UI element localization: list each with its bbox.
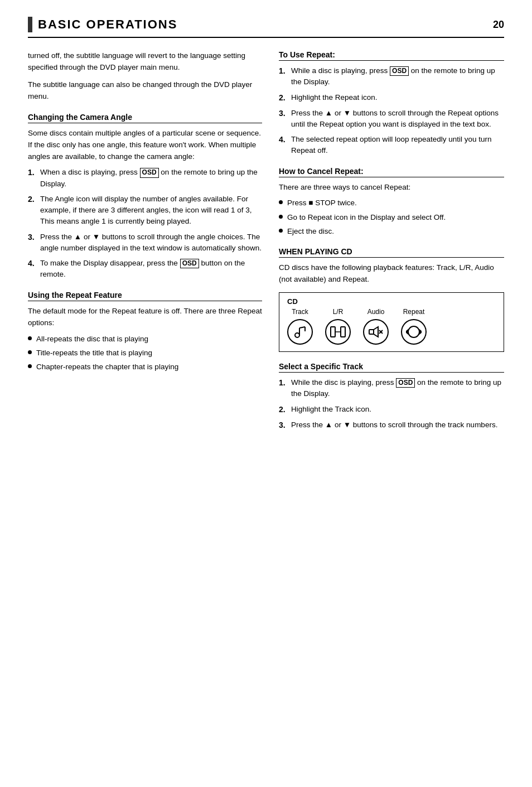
svg-rect-5 <box>341 327 345 337</box>
cd-track-icon <box>287 319 313 345</box>
step-text: Press the ▲ or ▼ buttons to scroll throu… <box>40 231 262 254</box>
select-track-step-3: 3. Press the ▲ or ▼ buttons to scroll th… <box>279 419 504 431</box>
camera-step-3: 3. Press the ▲ or ▼ buttons to scroll th… <box>28 231 262 254</box>
bullet-dot <box>28 336 32 340</box>
select-track-step-2: 2. Highlight the Track icon. <box>279 404 504 416</box>
cd-repeat-icon <box>401 319 427 345</box>
camera-angle-heading: Changing the Camera Angle <box>28 113 262 123</box>
svg-marker-12 <box>406 329 408 335</box>
bullet-text: Title-repeats the title that is playing <box>36 347 152 359</box>
cd-audio-label: Audio <box>367 308 385 316</box>
camera-angle-body: Some discs contain multiple angles of a … <box>28 128 262 163</box>
audio-icon <box>368 326 384 338</box>
repeat-feature-heading: Using the Repeat Feature <box>28 291 262 301</box>
step-text: The selected repeat option will loop rep… <box>291 134 504 157</box>
step-text: When a disc is playing, press OSD on the… <box>40 167 262 190</box>
to-use-repeat-steps: 1. While a disc is playing, press OSD on… <box>279 65 504 157</box>
repeat-feature-bullets: All-repeats the disc that is playing Tit… <box>28 334 262 373</box>
cd-display-box: CD Track <box>279 292 504 352</box>
step-num: 1. <box>28 167 40 178</box>
cd-track-label: Track <box>292 308 308 316</box>
step-num: 4. <box>279 134 291 146</box>
step-text: Highlight the Track icon. <box>291 404 504 415</box>
use-repeat-step-2: 2. Highlight the Repeat icon. <box>279 92 504 104</box>
bullet-text: Chapter-repeats the chapter that is play… <box>36 361 178 373</box>
cancel-bullet-3: Eject the disc. <box>279 226 504 237</box>
repeat-bullet-1: All-repeats the disc that is playing <box>28 334 262 345</box>
page-number: 20 <box>493 19 504 31</box>
cd-audio-icon <box>363 319 389 345</box>
cd-lr-icon <box>325 319 351 345</box>
cancel-bullet-1: Press ■ STOP twice. <box>279 197 504 209</box>
svg-marker-11 <box>419 329 422 335</box>
step-num: 3. <box>279 108 291 119</box>
step-num: 3. <box>279 419 291 431</box>
step-num: 3. <box>28 231 40 243</box>
right-column: To Use Repeat: 1. While a disc is playin… <box>279 50 504 437</box>
bullet-dot <box>279 215 283 219</box>
repeat-bullet-2: Title-repeats the title that is playing <box>28 347 262 359</box>
step-text: Highlight the Repeat icon. <box>291 92 504 103</box>
bullet-dot <box>279 229 283 233</box>
cancel-bullet-2: Go to Repeat icon in the Display and sel… <box>279 212 504 223</box>
step-text: Press the ▲ or ▼ buttons to scroll throu… <box>291 108 504 131</box>
step-text: While a disc is playing, press OSD on th… <box>291 65 504 88</box>
camera-angle-steps: 1. When a disc is playing, press OSD on … <box>28 167 262 280</box>
page: BASIC OPERATIONS 20 turned off, the subt… <box>0 0 532 787</box>
select-track-steps: 1. While the disc is playing, press OSD … <box>279 377 504 431</box>
camera-step-4: 4. To make the Display disappear, press … <box>28 258 262 281</box>
svg-rect-4 <box>331 327 335 337</box>
bullet-text: Go to Repeat icon in the Display and sel… <box>287 212 446 223</box>
repeat-icon <box>406 325 422 339</box>
bullet-dot <box>28 364 32 368</box>
bullet-dot <box>279 200 283 204</box>
osd-box: OSD <box>180 259 199 269</box>
bullet-dot <box>28 350 32 354</box>
svg-line-2 <box>299 327 305 328</box>
cancel-repeat-heading: How to Cancel Repeat: <box>279 167 504 177</box>
cd-lr-col: L/R <box>325 308 351 345</box>
camera-step-1: 1. When a disc is playing, press OSD on … <box>28 167 262 190</box>
use-repeat-step-4: 4. The selected repeat option will loop … <box>279 134 504 157</box>
repeat-bullet-3: Chapter-repeats the chapter that is play… <box>28 361 262 373</box>
cd-label: CD <box>287 297 496 306</box>
cancel-repeat-bullets: Press ■ STOP twice. Go to Repeat icon in… <box>279 197 504 237</box>
osd-box: OSD <box>390 66 409 76</box>
step-num: 4. <box>28 258 40 269</box>
step-text: The Angle icon will display the number o… <box>40 194 262 228</box>
cd-lr-label: L/R <box>333 308 344 316</box>
use-repeat-step-3: 3. Press the ▲ or ▼ buttons to scroll th… <box>279 108 504 131</box>
when-playing-cd-heading: WHEN PLAYING CD <box>279 247 504 258</box>
content-area: turned off, the subtitle language will r… <box>28 50 504 437</box>
cd-icons-row: Track L/R <box>287 308 496 345</box>
step-text: To make the Display disappear, press the… <box>40 258 262 281</box>
repeat-feature-body: The default mode for the Repeat feature … <box>28 306 262 329</box>
header-accent-bar <box>28 17 32 32</box>
select-track-heading: Select a Specific Track <box>279 362 504 373</box>
step-num: 1. <box>279 65 291 77</box>
step-text: Press the ▲ or ▼ buttons to scroll throu… <box>291 419 504 431</box>
bullet-text: All-repeats the disc that is playing <box>36 334 148 345</box>
use-repeat-step-1: 1. While a disc is playing, press OSD on… <box>279 65 504 88</box>
camera-step-2: 2. The Angle icon will display the numbe… <box>28 194 262 228</box>
lr-bars-icon <box>330 326 346 338</box>
cd-audio-col: Audio <box>363 308 389 345</box>
svg-rect-7 <box>369 330 374 334</box>
select-track-step-1: 1. While the disc is playing, press OSD … <box>279 377 504 400</box>
cancel-repeat-body: There are three ways to cancel Repeat: <box>279 182 504 194</box>
osd-box: OSD <box>140 168 159 178</box>
page-header: BASIC OPERATIONS 20 <box>28 17 504 38</box>
when-playing-cd-body: CD discs have the following playback fea… <box>279 262 504 286</box>
step-num: 2. <box>28 194 40 205</box>
left-column: turned off, the subtitle language will r… <box>28 50 262 437</box>
step-text: While the disc is playing, press OSD on … <box>291 377 504 400</box>
intro-para-2: The subtitle language can also be change… <box>28 79 262 103</box>
svg-point-0 <box>295 333 299 337</box>
svg-marker-8 <box>374 327 378 337</box>
to-use-repeat-heading: To Use Repeat: <box>279 50 504 61</box>
cd-repeat-col: Repeat <box>401 308 427 345</box>
step-num: 2. <box>279 92 291 104</box>
intro-para-1: turned off, the subtitle language will r… <box>28 50 262 74</box>
bullet-text: Eject the disc. <box>287 226 334 237</box>
intro-text-block: turned off, the subtitle language will r… <box>28 50 262 103</box>
